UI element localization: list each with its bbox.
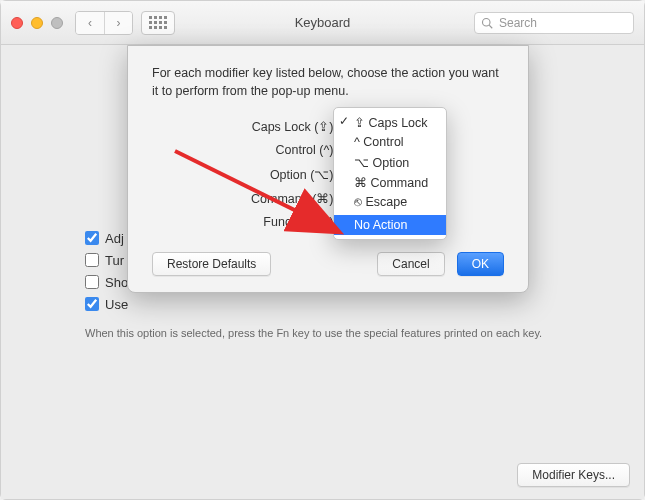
checkbox[interactable]	[85, 231, 99, 245]
checkbox-label: Tur	[105, 253, 124, 268]
checkbox-label: Sho	[105, 275, 128, 290]
nav-back-forward[interactable]: ‹ ›	[75, 11, 133, 35]
minimize-icon[interactable]	[31, 17, 43, 29]
dropdown-option[interactable]: ⌘ Command	[334, 172, 446, 192]
search-placeholder: Search	[499, 16, 537, 30]
key-rows: Caps Lock (⇪) Key: Control (^) Key: Opti…	[152, 114, 504, 234]
dropdown-option[interactable]: ⌥ Option	[334, 152, 446, 172]
option-label: ^ Control	[354, 135, 404, 149]
key-row: Option (⌥) Key:	[152, 162, 504, 186]
toolbar: ‹ › Keyboard Search	[1, 1, 644, 45]
checkbox-label: Adj	[105, 231, 124, 246]
close-icon[interactable]	[11, 17, 23, 29]
checkbox-row[interactable]: Tur	[85, 249, 128, 271]
action-dropdown[interactable]: ✓⇪ Caps Lock ^ Control ⌥ Option ⌘ Comman…	[333, 107, 447, 240]
preferences-window: ‹ › Keyboard Search Adj Tur Sho Use When…	[0, 0, 645, 500]
sheet-buttons: Restore Defaults Cancel OK	[152, 252, 504, 276]
window-controls	[11, 17, 63, 29]
search-icon	[481, 17, 493, 29]
forward-button[interactable]: ›	[104, 12, 132, 34]
checkbox[interactable]	[85, 275, 99, 289]
option-label: ⌘ Command	[354, 175, 428, 190]
search-field[interactable]: Search	[474, 12, 634, 34]
option-label: No Action	[354, 218, 408, 232]
option-label: ⎋ Escape	[354, 195, 407, 209]
svg-line-1	[489, 25, 492, 28]
checkbox-row[interactable]: Adj	[85, 227, 128, 249]
svg-point-0	[483, 18, 491, 26]
key-row: Command (⌘) Key:	[152, 186, 504, 210]
option-label: ⌥ Option	[354, 155, 409, 170]
show-all-button[interactable]	[141, 11, 175, 35]
grid-icon	[149, 16, 167, 29]
option-label: ⇪ Caps Lock	[354, 115, 428, 130]
key-row: Caps Lock (⇪) Key:	[152, 114, 504, 138]
dropdown-option[interactable]: ^ Control	[334, 132, 446, 152]
checkbox-label: Use	[105, 297, 128, 312]
modifier-keys-button[interactable]: Modifier Keys...	[517, 463, 630, 487]
sheet-message: For each modifier key listed below, choo…	[152, 64, 504, 100]
checkbox-row[interactable]: Sho	[85, 271, 128, 293]
key-row: Control (^) Key:	[152, 138, 504, 162]
modifier-keys-button-wrap: Modifier Keys...	[517, 463, 630, 487]
body: Adj Tur Sho Use When this option is sele…	[1, 45, 644, 499]
checkbox-row[interactable]: Use	[85, 293, 128, 315]
ok-button[interactable]: OK	[457, 252, 504, 276]
modifier-keys-sheet: For each modifier key listed below, choo…	[127, 45, 529, 293]
key-row: Function (fn) Key:	[152, 210, 504, 234]
dropdown-option-selected[interactable]: No Action	[334, 215, 446, 235]
back-button[interactable]: ‹	[76, 12, 104, 34]
dropdown-option[interactable]: ⎋ Escape	[334, 192, 446, 212]
hint-text: When this option is selected, press the …	[85, 327, 542, 339]
checkbox[interactable]	[85, 297, 99, 311]
dropdown-option[interactable]: ✓⇪ Caps Lock	[334, 112, 446, 132]
restore-defaults-button[interactable]: Restore Defaults	[152, 252, 271, 276]
cancel-button[interactable]: Cancel	[377, 252, 444, 276]
zoom-icon	[51, 17, 63, 29]
checkbox-list: Adj Tur Sho Use	[85, 227, 128, 315]
checkmark-icon: ✓	[339, 114, 349, 128]
checkbox[interactable]	[85, 253, 99, 267]
